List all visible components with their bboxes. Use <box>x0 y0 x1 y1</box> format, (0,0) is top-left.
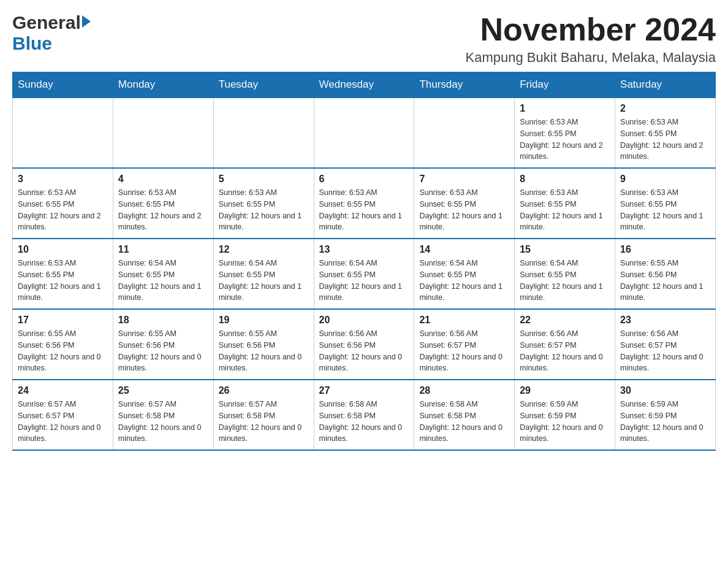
calendar-week-row: 24Sunrise: 6:57 AM Sunset: 6:57 PM Dayli… <box>13 380 716 450</box>
calendar-cell <box>314 98 414 168</box>
sun-info: Sunrise: 6:54 AM Sunset: 6:55 PM Dayligh… <box>118 258 208 304</box>
calendar-week-row: 10Sunrise: 6:53 AM Sunset: 6:55 PM Dayli… <box>13 239 716 309</box>
calendar-cell: 10Sunrise: 6:53 AM Sunset: 6:55 PM Dayli… <box>13 239 113 309</box>
calendar-cell: 4Sunrise: 6:53 AM Sunset: 6:55 PM Daylig… <box>113 168 213 239</box>
day-number: 19 <box>219 315 309 326</box>
day-number: 16 <box>620 244 710 255</box>
sun-info: Sunrise: 6:54 AM Sunset: 6:55 PM Dayligh… <box>219 258 309 304</box>
sun-info: Sunrise: 6:54 AM Sunset: 6:55 PM Dayligh… <box>319 258 409 304</box>
calendar-cell: 15Sunrise: 6:54 AM Sunset: 6:55 PM Dayli… <box>515 239 615 309</box>
calendar-cell: 2Sunrise: 6:53 AM Sunset: 6:55 PM Daylig… <box>615 98 716 168</box>
calendar-week-row: 3Sunrise: 6:53 AM Sunset: 6:55 PM Daylig… <box>13 168 716 239</box>
sun-info: Sunrise: 6:54 AM Sunset: 6:55 PM Dayligh… <box>419 258 509 304</box>
day-number: 13 <box>319 244 409 255</box>
calendar-cell: 9Sunrise: 6:53 AM Sunset: 6:55 PM Daylig… <box>615 168 716 239</box>
sun-info: Sunrise: 6:54 AM Sunset: 6:55 PM Dayligh… <box>520 258 610 304</box>
calendar-cell: 14Sunrise: 6:54 AM Sunset: 6:55 PM Dayli… <box>414 239 515 309</box>
calendar-cell: 19Sunrise: 6:55 AM Sunset: 6:56 PM Dayli… <box>213 309 314 380</box>
sun-info: Sunrise: 6:57 AM Sunset: 6:58 PM Dayligh… <box>219 399 309 445</box>
weekday-header-monday: Monday <box>113 72 213 98</box>
sun-info: Sunrise: 6:55 AM Sunset: 6:56 PM Dayligh… <box>620 258 710 304</box>
day-number: 17 <box>18 315 108 326</box>
calendar-cell <box>213 98 314 168</box>
weekday-header-friday: Friday <box>515 72 615 98</box>
calendar-cell: 7Sunrise: 6:53 AM Sunset: 6:55 PM Daylig… <box>414 168 515 239</box>
sun-info: Sunrise: 6:56 AM Sunset: 6:57 PM Dayligh… <box>520 328 610 374</box>
calendar-cell: 29Sunrise: 6:59 AM Sunset: 6:59 PM Dayli… <box>515 380 615 450</box>
title-section: November 2024 Kampung Bukit Baharu, Mela… <box>466 12 716 66</box>
sun-info: Sunrise: 6:56 AM Sunset: 6:57 PM Dayligh… <box>620 328 710 374</box>
sun-info: Sunrise: 6:55 AM Sunset: 6:56 PM Dayligh… <box>18 328 108 374</box>
calendar-cell: 16Sunrise: 6:55 AM Sunset: 6:56 PM Dayli… <box>615 239 716 309</box>
logo-general-text: General <box>12 12 81 33</box>
calendar-cell: 13Sunrise: 6:54 AM Sunset: 6:55 PM Dayli… <box>314 239 414 309</box>
weekday-header-tuesday: Tuesday <box>213 72 314 98</box>
weekday-header-thursday: Thursday <box>414 72 515 98</box>
day-number: 15 <box>520 244 610 255</box>
calendar-cell: 24Sunrise: 6:57 AM Sunset: 6:57 PM Dayli… <box>13 380 113 450</box>
calendar-cell: 6Sunrise: 6:53 AM Sunset: 6:55 PM Daylig… <box>314 168 414 239</box>
day-number: 4 <box>118 174 208 185</box>
month-title: November 2024 <box>466 12 716 47</box>
day-number: 27 <box>319 385 409 396</box>
logo: General Blue <box>12 12 91 54</box>
calendar-cell: 23Sunrise: 6:56 AM Sunset: 6:57 PM Dayli… <box>615 309 716 380</box>
calendar-cell: 28Sunrise: 6:58 AM Sunset: 6:58 PM Dayli… <box>414 380 515 450</box>
calendar-cell: 17Sunrise: 6:55 AM Sunset: 6:56 PM Dayli… <box>13 309 113 380</box>
day-number: 12 <box>219 244 309 255</box>
day-number: 20 <box>319 315 409 326</box>
calendar-cell: 18Sunrise: 6:55 AM Sunset: 6:56 PM Dayli… <box>113 309 213 380</box>
calendar-cell: 11Sunrise: 6:54 AM Sunset: 6:55 PM Dayli… <box>113 239 213 309</box>
day-number: 30 <box>620 385 710 396</box>
sun-info: Sunrise: 6:58 AM Sunset: 6:58 PM Dayligh… <box>319 399 409 445</box>
sun-info: Sunrise: 6:53 AM Sunset: 6:55 PM Dayligh… <box>620 187 710 233</box>
calendar-week-row: 17Sunrise: 6:55 AM Sunset: 6:56 PM Dayli… <box>13 309 716 380</box>
sun-info: Sunrise: 6:53 AM Sunset: 6:55 PM Dayligh… <box>419 187 509 233</box>
day-number: 26 <box>219 385 309 396</box>
calendar-table: SundayMondayTuesdayWednesdayThursdayFrid… <box>12 72 716 451</box>
sun-info: Sunrise: 6:55 AM Sunset: 6:56 PM Dayligh… <box>118 328 208 374</box>
sun-info: Sunrise: 6:53 AM Sunset: 6:55 PM Dayligh… <box>520 117 610 163</box>
day-number: 22 <box>520 315 610 326</box>
calendar-cell <box>13 98 113 168</box>
calendar-cell: 30Sunrise: 6:59 AM Sunset: 6:59 PM Dayli… <box>615 380 716 450</box>
sun-info: Sunrise: 6:58 AM Sunset: 6:58 PM Dayligh… <box>419 399 509 445</box>
day-number: 24 <box>18 385 108 396</box>
sun-info: Sunrise: 6:53 AM Sunset: 6:55 PM Dayligh… <box>18 258 108 304</box>
sun-info: Sunrise: 6:53 AM Sunset: 6:55 PM Dayligh… <box>319 187 409 233</box>
day-number: 25 <box>118 385 208 396</box>
calendar-cell <box>113 98 213 168</box>
day-number: 28 <box>419 385 509 396</box>
day-number: 11 <box>118 244 208 255</box>
day-number: 9 <box>620 174 710 185</box>
day-number: 6 <box>319 174 409 185</box>
calendar-cell: 5Sunrise: 6:53 AM Sunset: 6:55 PM Daylig… <box>213 168 314 239</box>
day-number: 8 <box>520 174 610 185</box>
day-number: 3 <box>18 174 108 185</box>
day-number: 23 <box>620 315 710 326</box>
sun-info: Sunrise: 6:56 AM Sunset: 6:57 PM Dayligh… <box>419 328 509 374</box>
day-number: 18 <box>118 315 208 326</box>
day-number: 29 <box>520 385 610 396</box>
calendar-cell: 12Sunrise: 6:54 AM Sunset: 6:55 PM Dayli… <box>213 239 314 309</box>
sun-info: Sunrise: 6:59 AM Sunset: 6:59 PM Dayligh… <box>620 399 710 445</box>
logo-arrow-icon <box>82 15 91 28</box>
sun-info: Sunrise: 6:57 AM Sunset: 6:57 PM Dayligh… <box>18 399 108 445</box>
calendar-cell: 27Sunrise: 6:58 AM Sunset: 6:58 PM Dayli… <box>314 380 414 450</box>
location-text: Kampung Bukit Baharu, Melaka, Malaysia <box>466 50 716 66</box>
calendar-cell: 3Sunrise: 6:53 AM Sunset: 6:55 PM Daylig… <box>13 168 113 239</box>
calendar-cell: 21Sunrise: 6:56 AM Sunset: 6:57 PM Dayli… <box>414 309 515 380</box>
day-number: 2 <box>620 103 710 114</box>
day-number: 5 <box>219 174 309 185</box>
calendar-cell: 22Sunrise: 6:56 AM Sunset: 6:57 PM Dayli… <box>515 309 615 380</box>
sun-info: Sunrise: 6:53 AM Sunset: 6:55 PM Dayligh… <box>118 187 208 233</box>
calendar-cell: 26Sunrise: 6:57 AM Sunset: 6:58 PM Dayli… <box>213 380 314 450</box>
weekday-header-saturday: Saturday <box>615 72 716 98</box>
weekday-header-wednesday: Wednesday <box>314 72 414 98</box>
calendar-cell: 20Sunrise: 6:56 AM Sunset: 6:56 PM Dayli… <box>314 309 414 380</box>
sun-info: Sunrise: 6:53 AM Sunset: 6:55 PM Dayligh… <box>520 187 610 233</box>
calendar-cell: 8Sunrise: 6:53 AM Sunset: 6:55 PM Daylig… <box>515 168 615 239</box>
calendar-cell: 25Sunrise: 6:57 AM Sunset: 6:58 PM Dayli… <box>113 380 213 450</box>
day-number: 14 <box>419 244 509 255</box>
day-number: 21 <box>419 315 509 326</box>
